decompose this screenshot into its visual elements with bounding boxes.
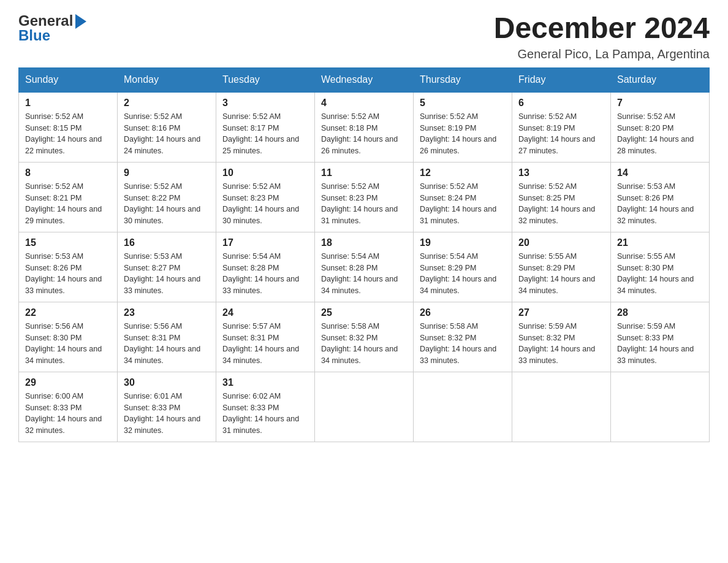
- calendar-cell: 14 Sunrise: 5:53 AM Sunset: 8:26 PM Dayl…: [611, 162, 710, 232]
- day-number: 7: [617, 98, 703, 109]
- day-info: Sunrise: 5:54 AM Sunset: 8:28 PM Dayligh…: [222, 251, 308, 297]
- day-info: Sunrise: 5:59 AM Sunset: 8:32 PM Dayligh…: [518, 321, 604, 367]
- calendar-cell: 9 Sunrise: 5:52 AM Sunset: 8:22 PM Dayli…: [118, 162, 216, 232]
- day-info: Sunrise: 5:54 AM Sunset: 8:28 PM Dayligh…: [321, 251, 407, 297]
- day-number: 17: [222, 237, 308, 248]
- calendar-cell: 12 Sunrise: 5:52 AM Sunset: 8:24 PM Dayl…: [414, 162, 512, 232]
- day-info: Sunrise: 5:52 AM Sunset: 8:24 PM Dayligh…: [420, 181, 506, 227]
- calendar-cell: 3 Sunrise: 5:52 AM Sunset: 8:17 PM Dayli…: [216, 92, 315, 163]
- day-info: Sunrise: 5:55 AM Sunset: 8:30 PM Dayligh…: [617, 251, 703, 297]
- day-number: 24: [222, 307, 308, 318]
- day-info: Sunrise: 5:59 AM Sunset: 8:33 PM Dayligh…: [617, 321, 703, 367]
- day-number: 14: [617, 167, 703, 178]
- day-info: Sunrise: 5:53 AM Sunset: 8:26 PM Dayligh…: [25, 251, 111, 297]
- calendar-cell: [414, 372, 512, 442]
- calendar-cell: 29 Sunrise: 6:00 AM Sunset: 8:33 PM Dayl…: [19, 372, 118, 442]
- day-info: Sunrise: 5:53 AM Sunset: 8:27 PM Dayligh…: [124, 251, 210, 297]
- calendar-cell: 20 Sunrise: 5:55 AM Sunset: 8:29 PM Dayl…: [512, 232, 611, 302]
- day-info: Sunrise: 6:02 AM Sunset: 8:33 PM Dayligh…: [222, 391, 308, 437]
- day-number: 11: [321, 167, 407, 178]
- logo-triangle-icon: [75, 14, 86, 29]
- calendar-cell: [315, 372, 414, 442]
- calendar-cell: 1 Sunrise: 5:52 AM Sunset: 8:15 PM Dayli…: [19, 92, 118, 163]
- weekday-header-row: SundayMondayTuesdayWednesdayThursdayFrid…: [19, 67, 710, 92]
- calendar-cell: 13 Sunrise: 5:52 AM Sunset: 8:25 PM Dayl…: [512, 162, 611, 232]
- day-info: Sunrise: 5:52 AM Sunset: 8:20 PM Dayligh…: [617, 111, 703, 157]
- page-header: General Blue December 2024 General Pico,…: [18, 12, 710, 61]
- day-number: 1: [25, 98, 111, 109]
- day-number: 2: [124, 98, 210, 109]
- day-info: Sunrise: 5:52 AM Sunset: 8:19 PM Dayligh…: [518, 111, 604, 157]
- day-info: Sunrise: 5:52 AM Sunset: 8:19 PM Dayligh…: [420, 111, 506, 157]
- weekday-header-sunday: Sunday: [19, 67, 118, 92]
- day-info: Sunrise: 5:52 AM Sunset: 8:22 PM Dayligh…: [124, 181, 210, 227]
- day-number: 13: [518, 167, 604, 178]
- calendar-week-row: 8 Sunrise: 5:52 AM Sunset: 8:21 PM Dayli…: [19, 162, 710, 232]
- day-number: 26: [420, 307, 506, 318]
- day-info: Sunrise: 5:56 AM Sunset: 8:30 PM Dayligh…: [25, 321, 111, 367]
- day-info: Sunrise: 5:58 AM Sunset: 8:32 PM Dayligh…: [420, 321, 506, 367]
- day-number: 20: [518, 237, 604, 248]
- day-number: 16: [124, 237, 210, 248]
- day-info: Sunrise: 5:55 AM Sunset: 8:29 PM Dayligh…: [518, 251, 604, 297]
- day-number: 19: [420, 237, 506, 248]
- day-info: Sunrise: 6:00 AM Sunset: 8:33 PM Dayligh…: [25, 391, 111, 437]
- calendar-cell: 19 Sunrise: 5:54 AM Sunset: 8:29 PM Dayl…: [414, 232, 512, 302]
- day-info: Sunrise: 5:52 AM Sunset: 8:17 PM Dayligh…: [222, 111, 308, 157]
- calendar-cell: 18 Sunrise: 5:54 AM Sunset: 8:28 PM Dayl…: [315, 232, 414, 302]
- calendar-cell: [512, 372, 611, 442]
- calendar-cell: 21 Sunrise: 5:55 AM Sunset: 8:30 PM Dayl…: [611, 232, 710, 302]
- day-number: 12: [420, 167, 506, 178]
- weekday-header-thursday: Thursday: [414, 67, 512, 92]
- weekday-header-wednesday: Wednesday: [315, 67, 414, 92]
- day-info: Sunrise: 6:01 AM Sunset: 8:33 PM Dayligh…: [124, 391, 210, 437]
- calendar-cell: 4 Sunrise: 5:52 AM Sunset: 8:18 PM Dayli…: [315, 92, 414, 163]
- weekday-header-monday: Monday: [118, 67, 216, 92]
- day-number: 9: [124, 167, 210, 178]
- day-number: 25: [321, 307, 407, 318]
- weekday-header-saturday: Saturday: [611, 67, 710, 92]
- weekday-header-friday: Friday: [512, 67, 611, 92]
- day-info: Sunrise: 5:54 AM Sunset: 8:29 PM Dayligh…: [420, 251, 506, 297]
- day-number: 27: [518, 307, 604, 318]
- day-info: Sunrise: 5:52 AM Sunset: 8:15 PM Dayligh…: [25, 111, 111, 157]
- month-title: December 2024: [494, 12, 710, 45]
- day-number: 31: [222, 377, 308, 388]
- day-number: 10: [222, 167, 308, 178]
- day-number: 15: [25, 237, 111, 248]
- calendar-cell: 16 Sunrise: 5:53 AM Sunset: 8:27 PM Dayl…: [118, 232, 216, 302]
- calendar-cell: 2 Sunrise: 5:52 AM Sunset: 8:16 PM Dayli…: [118, 92, 216, 163]
- calendar-cell: 22 Sunrise: 5:56 AM Sunset: 8:30 PM Dayl…: [19, 302, 118, 372]
- day-number: 29: [25, 377, 111, 388]
- day-info: Sunrise: 5:52 AM Sunset: 8:23 PM Dayligh…: [321, 181, 407, 227]
- calendar-week-row: 22 Sunrise: 5:56 AM Sunset: 8:30 PM Dayl…: [19, 302, 710, 372]
- logo-blue-text: Blue: [18, 27, 50, 44]
- calendar-cell: 28 Sunrise: 5:59 AM Sunset: 8:33 PM Dayl…: [611, 302, 710, 372]
- calendar-cell: 11 Sunrise: 5:52 AM Sunset: 8:23 PM Dayl…: [315, 162, 414, 232]
- day-info: Sunrise: 5:57 AM Sunset: 8:31 PM Dayligh…: [222, 321, 308, 367]
- calendar-cell: 23 Sunrise: 5:56 AM Sunset: 8:31 PM Dayl…: [118, 302, 216, 372]
- calendar-cell: 5 Sunrise: 5:52 AM Sunset: 8:19 PM Dayli…: [414, 92, 512, 163]
- day-info: Sunrise: 5:53 AM Sunset: 8:26 PM Dayligh…: [617, 181, 703, 227]
- day-number: 21: [617, 237, 703, 248]
- day-info: Sunrise: 5:58 AM Sunset: 8:32 PM Dayligh…: [321, 321, 407, 367]
- day-number: 6: [518, 98, 604, 109]
- day-number: 3: [222, 98, 308, 109]
- location-title: General Pico, La Pampa, Argentina: [494, 47, 710, 61]
- title-block: December 2024 General Pico, La Pampa, Ar…: [494, 12, 710, 61]
- weekday-header-tuesday: Tuesday: [216, 67, 315, 92]
- calendar-table: SundayMondayTuesdayWednesdayThursdayFrid…: [18, 67, 710, 442]
- day-number: 22: [25, 307, 111, 318]
- day-info: Sunrise: 5:52 AM Sunset: 8:18 PM Dayligh…: [321, 111, 407, 157]
- day-info: Sunrise: 5:56 AM Sunset: 8:31 PM Dayligh…: [124, 321, 210, 367]
- calendar-cell: [611, 372, 710, 442]
- calendar-cell: 26 Sunrise: 5:58 AM Sunset: 8:32 PM Dayl…: [414, 302, 512, 372]
- calendar-cell: 30 Sunrise: 6:01 AM Sunset: 8:33 PM Dayl…: [118, 372, 216, 442]
- calendar-cell: 6 Sunrise: 5:52 AM Sunset: 8:19 PM Dayli…: [512, 92, 611, 163]
- logo: General Blue: [18, 12, 86, 44]
- day-number: 28: [617, 307, 703, 318]
- calendar-cell: 27 Sunrise: 5:59 AM Sunset: 8:32 PM Dayl…: [512, 302, 611, 372]
- day-info: Sunrise: 5:52 AM Sunset: 8:25 PM Dayligh…: [518, 181, 604, 227]
- calendar-week-row: 15 Sunrise: 5:53 AM Sunset: 8:26 PM Dayl…: [19, 232, 710, 302]
- calendar-week-row: 1 Sunrise: 5:52 AM Sunset: 8:15 PM Dayli…: [19, 92, 710, 163]
